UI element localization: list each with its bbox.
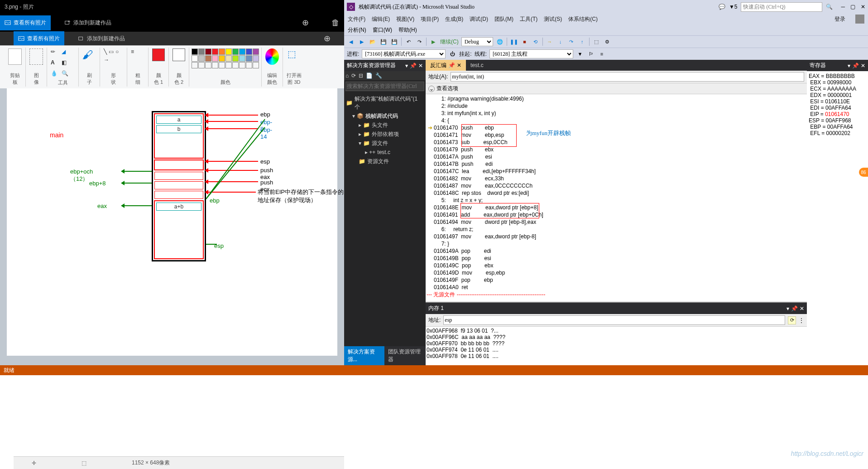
maximize-icon[interactable]: ▢ [850, 4, 855, 10]
memory-line[interactable]: 0x00AFF970 bb bb bb bb ???? [427, 340, 806, 347]
add-to-creation-button-2[interactable]: 添加到新建作品 [73, 31, 129, 46]
step-over-icon[interactable]: ↷ [567, 38, 575, 46]
disasm-line[interactable]: 01061482 mov ecx,33h [427, 175, 806, 182]
menu-edit[interactable]: 编辑(E) [372, 15, 390, 23]
disasm-line[interactable]: 01061479 push ebx [427, 146, 806, 153]
close-icon[interactable]: ✕ [418, 63, 423, 69]
save-icon[interactable]: 💾 [379, 38, 388, 46]
search-icon[interactable]: 🔍 [826, 4, 833, 10]
registers-body[interactable]: EAX = BBBBBBBB EBX = 00998000 ECX = AAAA… [807, 71, 868, 365]
memory-line[interactable]: 0x00AFF974 0e 11 06 01 .... [427, 347, 806, 353]
next-stmt-icon[interactable]: → [546, 38, 554, 46]
ribbon-color2[interactable]: 颜 色 2 [169, 48, 189, 87]
hex-icon[interactable]: ⬚ [592, 38, 600, 46]
disasm-line[interactable]: 0106149A pop edi [427, 247, 806, 255]
disasm-line[interactable]: 2: #include [427, 102, 806, 110]
disasm-line[interactable]: 0106149D mov esp,ebp [427, 269, 806, 276]
view-all-photos-button[interactable]: 查看所有照片 [0, 15, 51, 30]
solution-tree[interactable]: 📁解决方案"栈帧调试代码"(1 个 ▾📦栈帧调试代码 ▸📁头文件 ▸📁外部依赖项… [344, 92, 426, 346]
menu-analyze[interactable]: 分析(N) [348, 26, 366, 34]
mem-addr-input[interactable] [443, 315, 785, 325]
register-line[interactable]: EBX = 00998000 [809, 79, 866, 86]
continue-label[interactable]: 继续(C) [440, 38, 459, 46]
oval-icon[interactable]: ○ [115, 48, 119, 55]
memory-line[interactable]: 0x00AFF96C aa aa aa aa ???? [427, 334, 806, 340]
pin-icon[interactable]: 📌 [791, 305, 798, 312]
disasm-line[interactable]: 0106148C rep stos dword ptr es:[edi] [427, 189, 806, 197]
line-icon[interactable]: ╲ [104, 48, 107, 55]
menu-view[interactable]: 视图(V) [396, 15, 414, 23]
dropdown-icon[interactable]: ▾ [786, 305, 789, 312]
continue-icon[interactable]: ▶ [429, 38, 437, 46]
register-line[interactable]: EIP = 01061470 [809, 111, 866, 117]
dropdown-icon[interactable]: ▾ [848, 63, 850, 69]
disasm-line[interactable]: 01061487 mov eax,0CCCCCCCCh [427, 182, 806, 189]
disasm-line[interactable]: 010614A0 ret [427, 284, 806, 291]
disasm-line[interactable]: 4: { [427, 117, 806, 124]
saveall-icon[interactable]: 💾 [390, 38, 398, 46]
nav-fwd-icon[interactable]: ▶ [358, 38, 366, 46]
lifecycle-icon[interactable]: ⏻ [448, 50, 456, 58]
disasm-line[interactable]: 0106147A push esi [427, 153, 806, 160]
solution-search-input[interactable] [345, 82, 424, 91]
refresh-icon[interactable]: ⟳ [351, 73, 356, 79]
disasm-line[interactable]: 6: return z; [427, 226, 806, 233]
login-link[interactable]: 登录 [834, 15, 845, 23]
process-select[interactable]: [73160] 栈帧调试代码.exe [362, 49, 446, 58]
ribbon-brush[interactable]: 🖌 刷 子 [79, 48, 100, 87]
tab-solution-explorer[interactable]: 解决方案资源... [344, 346, 384, 365]
flag-icon2[interactable]: 🏳 [587, 50, 595, 58]
menu-file[interactable]: 文件(F) [348, 15, 365, 23]
stop-icon[interactable]: ■ [521, 38, 529, 46]
showall-icon[interactable]: 📄 [366, 73, 373, 79]
picker-icon[interactable]: 💧 [51, 70, 60, 79]
pencil-icon[interactable]: ✏ [51, 48, 60, 58]
register-line[interactable]: EDI = 00AFFA64 [809, 105, 866, 111]
disasm-line[interactable]: 0106149B pop esi [427, 255, 806, 262]
minimize-icon[interactable]: ─ [841, 4, 845, 10]
quick-launch-input[interactable] [741, 2, 822, 12]
view-options-row[interactable]: ⌄ 查看选项 [426, 83, 807, 94]
undo-icon[interactable]: ↶ [404, 38, 412, 46]
disasm-line[interactable]: 1: #pragma warning(disable:4996) [427, 95, 806, 102]
disasm-line[interactable]: 0106147B push edi [427, 160, 806, 168]
delete-icon[interactable]: 🗑 [331, 18, 340, 28]
step-into-icon[interactable]: ↓ [556, 38, 565, 46]
ribbon-open3d[interactable]: ⬚ 打开画 图 3D [283, 48, 305, 87]
columns-icon[interactable]: ⋮ [799, 317, 804, 324]
register-line[interactable]: ESP = 00AFF968 [809, 117, 866, 124]
rect-icon[interactable]: ▭ [109, 48, 114, 55]
disasm-line[interactable]: 01061494 mov dword ptr [ebp-8],eax [427, 218, 806, 226]
register-line[interactable]: EFL = 00000202 [809, 130, 866, 136]
open-icon[interactable]: 📂 [369, 38, 377, 46]
thread-select[interactable]: [60128] 主线程 [489, 49, 573, 58]
menu-window[interactable]: 窗口(W) [373, 26, 392, 34]
close-icon[interactable]: ✕ [861, 4, 865, 10]
tab-team-explorer[interactable]: 团队资源管理器 [384, 346, 426, 365]
reeval-icon[interactable]: ⟳ [788, 316, 796, 324]
user-icon[interactable] [855, 15, 864, 24]
collapse-icon[interactable]: ⊟ [359, 73, 363, 79]
nav-back-icon[interactable]: ◀ [347, 38, 355, 46]
register-line[interactable]: ESI = 0106110E [809, 98, 866, 105]
properties-icon[interactable]: 🔧 [375, 73, 382, 79]
restart-icon[interactable]: ⟲ [532, 38, 540, 46]
close-icon[interactable]: ✕ [457, 62, 461, 68]
text-icon[interactable]: A [51, 59, 60, 68]
ribbon-outline[interactable]: ≡ 粗 细 [127, 48, 149, 87]
zoom-in-icon[interactable]: ⊕ [324, 34, 331, 44]
config-select[interactable]: Debug [461, 37, 493, 46]
browser-icon[interactable]: 🌐 [496, 38, 504, 46]
register-line[interactable]: EDX = 00000001 [809, 92, 866, 98]
tab-testc[interactable]: test.c [466, 60, 488, 71]
notif-icon[interactable]: 💬 [719, 4, 725, 10]
memory-body[interactable]: 0x00AFF968 f9 13 06 01 ?...0x00AFF96C aa… [426, 327, 807, 365]
color-palette[interactable] [192, 48, 259, 68]
menu-tools[interactable]: 工具(T) [520, 15, 537, 23]
register-line[interactable]: ECX = AAAAAAAA [809, 86, 866, 92]
address-input[interactable] [451, 72, 804, 82]
disasm-line[interactable]: 7: } [427, 240, 806, 247]
side-badge[interactable]: 86 [859, 168, 868, 177]
menu-team[interactable]: 团队(M) [494, 15, 513, 23]
paint-canvas-area[interactable]: main a b b a 010613f9 a+b [0, 88, 344, 365]
